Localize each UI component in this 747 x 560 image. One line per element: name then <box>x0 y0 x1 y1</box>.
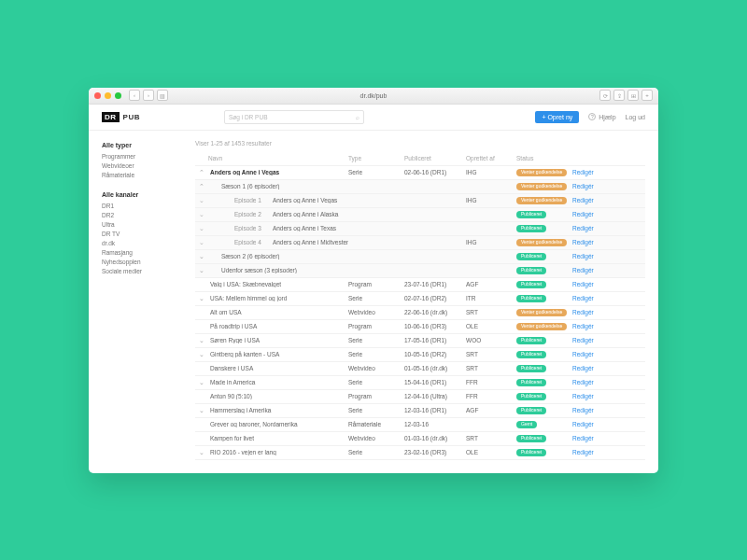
minimize-icon[interactable] <box>105 92 111 99</box>
row-type: Serie <box>348 407 404 413</box>
edit-link[interactable]: Redigér <box>572 183 606 189</box>
table-row[interactable]: ⌄Episode 1Anders og Anne i VegasIHGVente… <box>195 194 645 208</box>
row-title: Made in America <box>210 379 255 385</box>
expand-icon[interactable]: ⌄ <box>195 239 208 246</box>
create-button[interactable]: + Opret ny <box>535 111 579 123</box>
table-row[interactable]: ⌄Gintberg på kanten - USASerie10-05-16 (… <box>195 348 645 362</box>
sidebar-item[interactable]: DR TV <box>102 230 195 239</box>
close-icon[interactable] <box>94 92 101 99</box>
edit-link[interactable]: Redigér <box>572 197 606 203</box>
help-link[interactable]: ? Hjælp <box>588 113 615 120</box>
table-row[interactable]: ⌄RIO 2016 - vejen er langSerie23-02-16 (… <box>195 446 645 460</box>
row-author: OLE <box>466 449 516 455</box>
status-badge: Publiceret <box>516 435 546 442</box>
search-input[interactable]: Søg i DR PUB ⌕ <box>224 110 364 124</box>
expand-icon[interactable]: ⌄ <box>195 449 208 456</box>
table-row[interactable]: ⌄Episode 4Anders og Anne i MidtvestenIHG… <box>195 236 645 250</box>
edit-link[interactable]: Redigér <box>572 169 606 175</box>
table-row[interactable]: ⌄Episode 3Anders og Anne i TexasPublicer… <box>195 222 645 236</box>
table-row[interactable]: Kampen for livetWebvideo01-03-16 (dr.dk)… <box>195 432 645 446</box>
edit-link[interactable]: Redigér <box>572 323 606 329</box>
sidebar-item[interactable]: DR2 <box>102 211 195 220</box>
table-row[interactable]: Danskere i USAWebvideo01-05-16 (dr.dk)SR… <box>195 362 645 376</box>
row-author: OLE <box>466 323 516 329</box>
table-row[interactable]: ⌃Anders og Anne i VegasSerie02-06-16 (DR… <box>195 166 645 180</box>
sidebar-item[interactable]: dr.dk <box>102 239 195 248</box>
sidebar-item[interactable]: Programmer <box>102 152 195 161</box>
table-row[interactable]: ⌄USA: Mellem himmel og jordSerie02-07-16… <box>195 292 645 306</box>
table-row[interactable]: Anton 90 (5:10)Program12-04-16 (Ultra)FF… <box>195 390 645 404</box>
expand-icon[interactable]: ⌄ <box>195 295 208 302</box>
status-badge: Publiceret <box>516 211 546 218</box>
edit-link[interactable]: Redigér <box>572 267 606 273</box>
status-badge: Venter godkendelse <box>516 309 567 316</box>
edit-link[interactable]: Redigér <box>572 393 606 399</box>
edit-link[interactable]: Redigér <box>572 449 606 455</box>
edit-link[interactable]: Redigér <box>572 379 606 385</box>
zoom-icon[interactable] <box>115 92 121 99</box>
sidebar: Alle typer ProgrammerWebvideoerRåmateria… <box>102 140 195 460</box>
sidebar-item[interactable]: Råmateriale <box>102 171 195 180</box>
status-badge: Publiceret <box>516 407 546 414</box>
address-bar[interactable]: dr.dk/pub <box>360 92 388 99</box>
titlebar-right: ⟳ ⇪ ⊞ + <box>599 90 653 101</box>
back-button[interactable]: ‹ <box>129 90 140 101</box>
forward-button[interactable]: › <box>143 90 154 101</box>
edit-link[interactable]: Redigér <box>572 337 606 343</box>
reload-icon[interactable]: ⟳ <box>599 90 611 101</box>
table-row[interactable]: ⌄Udenfor sæson (3 episoder)PubliceretRed… <box>195 264 645 278</box>
logout-link[interactable]: Log ud <box>626 114 645 120</box>
table-row[interactable]: ⌄Made in AmericaSerie15-04-16 (DR1)FFRPu… <box>195 376 645 390</box>
sidebar-item[interactable]: Sociale medier <box>102 267 195 276</box>
edit-link[interactable]: Redigér <box>572 211 606 217</box>
expand-icon[interactable]: ⌄ <box>195 337 208 344</box>
sidebar-item[interactable]: Ramasjang <box>102 248 195 258</box>
edit-link[interactable]: Redigér <box>572 239 606 245</box>
expand-icon[interactable]: ⌄ <box>195 225 208 232</box>
table-row[interactable]: ⌃Sæson 1 (6 episoder)Venter godkendelseR… <box>195 180 645 194</box>
row-title: RIO 2016 - vejen er lang <box>210 449 276 455</box>
edit-link[interactable]: Redigér <box>572 365 606 371</box>
edit-link[interactable]: Redigér <box>572 435 606 441</box>
edit-link[interactable]: Redigér <box>572 407 606 413</box>
table-row[interactable]: ⌄Episode 2Anders og Anne i AlaskaPublice… <box>195 208 645 222</box>
row-title: På roadtrip i USA <box>210 323 257 329</box>
expand-icon[interactable]: ⌄ <box>195 197 208 204</box>
expand-icon[interactable]: ⌄ <box>195 379 208 386</box>
table-row[interactable]: ⌄Søren Ryge i USASerie17-05-16 (DR1)WOOP… <box>195 334 645 348</box>
edit-link[interactable]: Redigér <box>572 351 606 357</box>
row-published: 12-04-16 (Ultra) <box>404 393 466 399</box>
table-row[interactable]: Grever og baroner, NordamerikaRåmaterial… <box>195 418 645 432</box>
edit-link[interactable]: Redigér <box>572 421 606 427</box>
edit-link[interactable]: Redigér <box>572 253 606 259</box>
row-published: 12-03-16 <box>404 421 466 427</box>
sidebar-item[interactable]: Ultra <box>102 220 195 230</box>
expand-icon[interactable]: ⌄ <box>195 267 208 274</box>
table-row[interactable]: ⌄Hammerslag i AmerikaSerie12-03-16 (DR1)… <box>195 404 645 418</box>
edit-link[interactable]: Redigér <box>572 281 606 287</box>
table-row[interactable]: Valg i USA: SkæbnevalgetProgram23-07-16 … <box>195 278 645 292</box>
app-logo[interactable]: DR PUB <box>102 112 140 122</box>
col-type: Type <box>348 155 404 161</box>
sidebar-item[interactable]: Webvideoer <box>102 161 195 171</box>
table-row[interactable]: På roadtrip i USAProgram10-06-16 (DR3)OL… <box>195 320 645 334</box>
share-icon[interactable]: ⇪ <box>613 90 625 101</box>
expand-icon[interactable]: ⌄ <box>195 407 208 414</box>
expand-icon[interactable]: ⌃ <box>195 169 208 176</box>
sidebar-toggle-icon[interactable]: ▥ <box>157 90 168 101</box>
row-title: Anders og Anne i Midtvesten <box>273 239 348 245</box>
new-tab-icon[interactable]: + <box>641 90 653 101</box>
edit-link[interactable]: Redigér <box>572 225 606 231</box>
sidebar-item[interactable]: Nyhedsopplen <box>102 258 195 267</box>
expand-icon[interactable]: ⌄ <box>195 253 208 260</box>
expand-icon[interactable]: ⌄ <box>195 351 208 358</box>
sidebar-item[interactable]: DR1 <box>102 202 195 211</box>
table-row[interactable]: ⌄Sæson 2 (6 episoder)PubliceretRedigér <box>195 250 645 264</box>
expand-icon[interactable]: ⌃ <box>195 183 208 190</box>
tabs-icon[interactable]: ⊞ <box>627 90 639 101</box>
row-title: Søren Ryge i USA <box>210 337 260 343</box>
edit-link[interactable]: Redigér <box>572 309 606 315</box>
edit-link[interactable]: Redigér <box>572 295 606 301</box>
table-row[interactable]: Alt om USAWebvideo22-06-16 (dr.dk)SRTVen… <box>195 306 645 320</box>
expand-icon[interactable]: ⌄ <box>195 211 208 218</box>
